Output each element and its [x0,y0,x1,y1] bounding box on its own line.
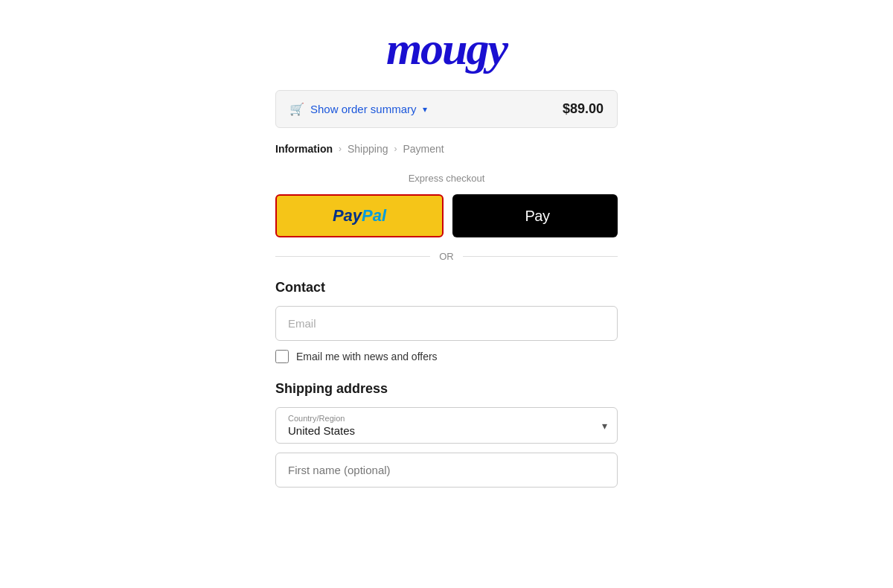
or-divider: OR [275,251,618,262]
email-field[interactable] [275,306,618,341]
shipping-address-title: Shipping address [275,381,618,397]
or-line-right [463,256,618,257]
breadcrumb-item-information[interactable]: Information [275,143,333,155]
order-summary-link[interactable]: Show order summary [310,103,417,115]
site-logo: mougy [386,23,507,74]
email-newsletter-row: Email me with news and offers [275,350,618,363]
email-newsletter-label: Email me with news and offers [296,351,438,362]
breadcrumb-item-payment[interactable]: Payment [403,143,444,155]
first-name-field[interactable] [275,453,618,488]
shipping-address-section: Shipping address Country/Region United S… [275,381,618,488]
contact-section: Contact Email me with news and offers [275,280,618,363]
breadcrumb-item-shipping[interactable]: Shipping [348,143,388,155]
paypal-logo: PayPal [333,206,386,226]
order-total: $89.00 [563,101,604,117]
country-region-select[interactable]: Country/Region United States [275,407,618,444]
logo-section: mougy [275,0,618,90]
apple-pay-button[interactable]: Pay [452,194,618,237]
country-region-value: United States [288,424,587,437]
or-line-left [275,256,430,257]
order-summary-toggle[interactable]: 🛒 Show order summary ▾ [289,102,427,116]
apple-pay-label: Pay [525,208,550,225]
paypal-button[interactable]: PayPal [275,194,444,237]
express-checkout-buttons: PayPal Pay [275,194,618,237]
country-region-label: Country/Region [288,414,587,423]
chevron-down-icon: ▾ [423,104,427,115]
email-newsletter-checkbox[interactable] [275,350,289,363]
order-summary-bar: 🛒 Show order summary ▾ $89.00 [275,90,618,128]
contact-section-title: Contact [275,280,618,295]
breadcrumb: Information › Shipping › Payment [275,143,618,155]
cart-icon: 🛒 [289,102,304,116]
breadcrumb-separator-2: › [394,144,397,154]
express-checkout-label: Express checkout [275,173,618,184]
breadcrumb-separator-1: › [339,144,342,154]
or-text: OR [439,251,454,262]
country-region-wrapper: Country/Region United States ▾ [275,407,618,444]
